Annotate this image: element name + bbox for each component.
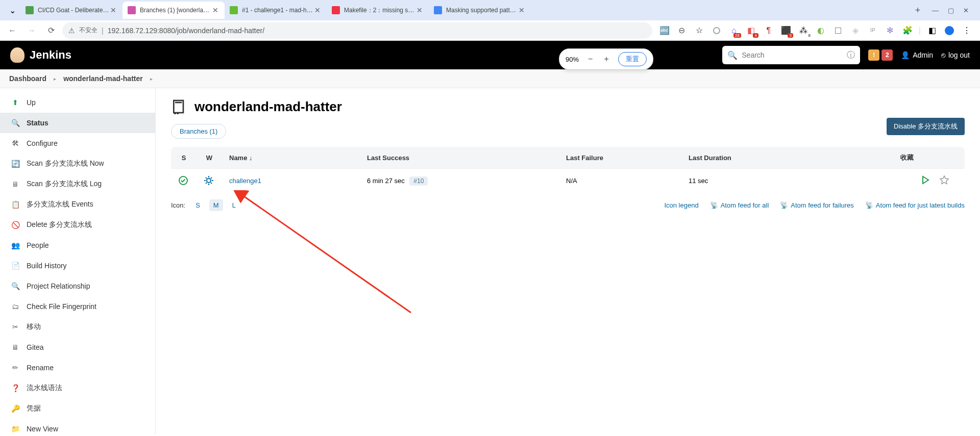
col-success[interactable]: Last Success xyxy=(360,147,559,169)
col-weather[interactable]: W xyxy=(197,147,222,169)
user-link[interactable]: 👤 Admin xyxy=(901,51,933,59)
sidebar-item-move[interactable]: ✂移动 xyxy=(0,317,155,337)
sidebar-item-newview[interactable]: 📁New View xyxy=(0,419,155,436)
translate-icon[interactable]: 🔤 xyxy=(658,24,671,37)
close-tab-icon[interactable]: ✕ xyxy=(313,6,322,14)
search-help-icon[interactable]: ⓘ xyxy=(847,50,855,61)
url-text: 192.168.72.129:8080/job/wonderland-mad-h… xyxy=(108,27,264,35)
disable-pipeline-button[interactable]: Disable 多分支流水线 xyxy=(887,118,965,135)
ext-11[interactable]: ✻ xyxy=(884,24,896,37)
sidebar-item-config[interactable]: 🛠Configure xyxy=(0,133,155,153)
rel-icon: 🔍 xyxy=(10,281,20,291)
sidebar-item-status[interactable]: 🔍Status xyxy=(0,113,155,133)
new-tab-button[interactable]: + xyxy=(911,3,925,17)
browser-tab[interactable]: #1 - challenge1 - mad-hatte✕ xyxy=(225,2,327,19)
bookmark-icon[interactable]: ☆ xyxy=(693,24,705,37)
sidebar-item-delete[interactable]: 🚫Delete 多分支流水线 xyxy=(0,215,155,235)
maximize-button[interactable]: ▢ xyxy=(948,7,954,14)
rss-icon: 📡 xyxy=(710,201,718,209)
forward-button[interactable]: → xyxy=(23,22,40,39)
user-name: Admin xyxy=(913,51,933,59)
warning-badge-2[interactable]: 2 xyxy=(881,49,893,61)
browser-tab[interactable]: Makefile：2：missing separa✕ xyxy=(327,2,429,19)
col-failure[interactable]: Last Failure xyxy=(559,147,681,169)
breadcrumb: Dashboard ▸ wonderland-mad-hatter ▸ xyxy=(0,69,980,88)
sidebar-item-rename[interactable]: ✏Rename xyxy=(0,357,155,378)
browser-tab[interactable]: CI/CD Goat - Deliberately vul✕ xyxy=(20,2,122,19)
logout-link[interactable]: ⎋ log out xyxy=(941,51,970,59)
sidebar-item-finger[interactable]: 🗂Check File Fingerprint xyxy=(0,296,155,317)
profile-icon[interactable] xyxy=(943,24,955,37)
url-input[interactable]: ⚠ 不安全 | 192.168.72.129:8080/job/wonderla… xyxy=(62,22,652,39)
sidebar-item-gitea[interactable]: 🖥Gitea xyxy=(0,337,155,357)
ext-5[interactable]: ⬛3 xyxy=(780,24,792,37)
col-fav[interactable]: 收藏 xyxy=(893,147,965,169)
sidebar-item-people[interactable]: 👥People xyxy=(0,235,155,255)
icon-legend-link[interactable]: Icon legend xyxy=(664,201,698,209)
feed-failures-link[interactable]: 📡Atom feed for failures xyxy=(780,201,854,209)
ext-9[interactable]: ◈ xyxy=(849,24,862,37)
ext-10[interactable]: IP xyxy=(867,24,879,37)
sidebar-item-history[interactable]: 📄Build History xyxy=(0,255,155,276)
sidebar-item-label: 凭据 xyxy=(27,404,41,413)
build-now-icon[interactable] xyxy=(921,175,930,185)
warning-badge-1[interactable]: ! xyxy=(868,49,879,61)
jenkins-logo[interactable]: Jenkins xyxy=(10,47,71,63)
feed-all-link[interactable]: 📡Atom feed for all xyxy=(710,201,769,209)
sidebar-item-log[interactable]: 🖥Scan 多分支流水线 Log xyxy=(0,174,155,194)
sidebar-item-rel[interactable]: 🔍Project Relationship xyxy=(0,276,155,296)
sidepanel-icon[interactable]: ◧ xyxy=(926,24,938,37)
browser-tab[interactable]: Masking supported pattern n✕ xyxy=(429,2,531,19)
back-button[interactable]: ← xyxy=(4,22,20,39)
close-window-button[interactable]: ✕ xyxy=(963,7,969,14)
breadcrumb-root[interactable]: Dashboard xyxy=(9,74,46,83)
ext-6[interactable]: ⁂8 xyxy=(797,24,810,37)
ext-2[interactable]: ⌂28 xyxy=(728,24,740,37)
col-status[interactable]: S xyxy=(171,147,197,169)
warning-badges[interactable]: ! 2 xyxy=(868,49,893,61)
ext-7[interactable]: ◐ xyxy=(815,24,827,37)
sidebar-item-events[interactable]: 📋多分支流水线 Events xyxy=(0,194,155,215)
zoom-reset-button[interactable]: 重置 xyxy=(618,52,647,66)
breadcrumb-item[interactable]: wonderland-mad-hatter xyxy=(63,74,143,83)
extensions-menu[interactable]: 🧩 xyxy=(901,24,914,37)
zoom-icon[interactable]: ⊖ xyxy=(676,24,688,37)
branches-tab[interactable]: Branches (1) xyxy=(171,124,226,139)
sidebar-item-cred[interactable]: 🔑凭据 xyxy=(0,398,155,419)
icon-size-m[interactable]: M xyxy=(209,199,223,211)
search-box[interactable]: 🔍 ⓘ xyxy=(722,46,860,64)
reload-button[interactable]: ⟳ xyxy=(43,22,59,39)
ext-8[interactable] xyxy=(832,24,844,37)
sidebar-item-scan[interactable]: 🔄Scan 多分支流水线 Now xyxy=(0,153,155,174)
zoom-out-button[interactable]: − xyxy=(586,55,595,64)
chevron-right-icon: ▸ xyxy=(150,76,153,82)
feed-latest-link[interactable]: 📡Atom feed for just latest builds xyxy=(865,201,965,209)
col-duration[interactable]: Last Duration xyxy=(681,147,893,169)
minimize-button[interactable]: — xyxy=(932,7,939,14)
close-tab-icon[interactable]: ✕ xyxy=(109,6,117,14)
search-input[interactable] xyxy=(742,51,843,59)
close-tab-icon[interactable]: ✕ xyxy=(518,6,526,14)
tab-search-dropdown[interactable]: ⌄ xyxy=(4,6,20,15)
favorite-icon[interactable] xyxy=(939,175,949,185)
svg-point-2 xyxy=(174,112,176,114)
finger-icon: 🗂 xyxy=(10,301,20,312)
chrome-menu[interactable]: ⋮ xyxy=(961,24,973,37)
rss-icon: 📡 xyxy=(865,201,873,209)
close-tab-icon[interactable]: ✕ xyxy=(211,6,219,14)
sidebar-item-label: New View xyxy=(27,425,58,433)
icon-size-s[interactable]: S xyxy=(191,199,204,211)
branch-name-link[interactable]: challenge1 xyxy=(229,177,261,185)
ext-4[interactable]: ¶ xyxy=(763,24,775,37)
success-run-link[interactable]: #10 xyxy=(409,176,428,186)
ext-3[interactable]: ◧4 xyxy=(745,24,757,37)
icon-size-l[interactable]: L xyxy=(228,199,240,211)
col-name[interactable]: Name ↓ xyxy=(222,147,360,169)
sidebar-item-syntax[interactable]: ❓流水线语法 xyxy=(0,378,155,398)
browser-tab[interactable]: Branches (1) [wonderland-m✕ xyxy=(122,2,225,19)
ext-1[interactable] xyxy=(710,24,723,37)
failure-cell: N/A xyxy=(559,169,681,193)
close-tab-icon[interactable]: ✕ xyxy=(415,6,424,14)
sidebar-item-up[interactable]: ⬆Up xyxy=(0,92,155,113)
zoom-in-button[interactable]: + xyxy=(602,55,610,64)
